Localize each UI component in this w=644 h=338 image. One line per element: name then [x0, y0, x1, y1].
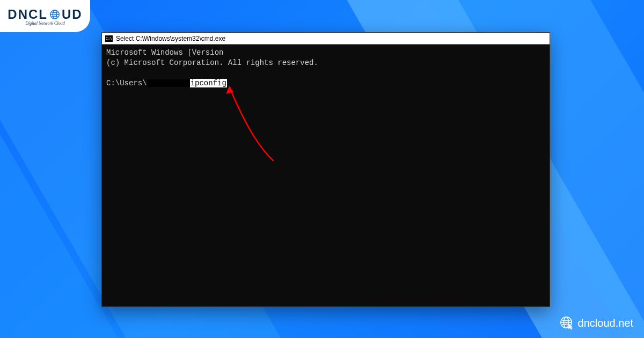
redacted-username [147, 79, 190, 87]
globe-cursor-icon [560, 316, 574, 330]
cmd-window[interactable]: C:\ Select C:\Windows\system32\cmd.exe M… [101, 32, 550, 307]
footer-url-text: dncloud.net [578, 317, 633, 329]
brand-name-part2: UD [62, 7, 83, 22]
copyright-line: (c) Microsoft Corporation. All rights re… [106, 58, 318, 67]
brand-logo-badge: DNCL UD Digital Network Cloud [0, 0, 90, 32]
titlebar-prefix: Select [116, 35, 134, 42]
command-highlighted[interactable]: ipconfig [190, 79, 227, 87]
cmd-icon: C:\ [105, 35, 113, 42]
titlebar-path: C:\Windows\system32\cmd.exe [136, 35, 225, 42]
version-line: Microsoft Windows [Version [106, 48, 228, 57]
prompt-text: C:\Users\ [106, 79, 147, 87]
titlebar-text: Select C:\Windows\system32\cmd.exe [116, 35, 225, 42]
brand-tagline: Digital Network Cloud [25, 21, 64, 26]
brand-name: DNCL UD [8, 7, 82, 22]
terminal-body[interactable]: Microsoft Windows [Version (c) Microsoft… [102, 45, 550, 92]
globe-icon [49, 9, 61, 20]
titlebar[interactable]: C:\ Select C:\Windows\system32\cmd.exe [102, 33, 550, 45]
brand-name-part1: DNCL [8, 7, 48, 22]
footer-url[interactable]: dncloud.net [560, 316, 633, 330]
